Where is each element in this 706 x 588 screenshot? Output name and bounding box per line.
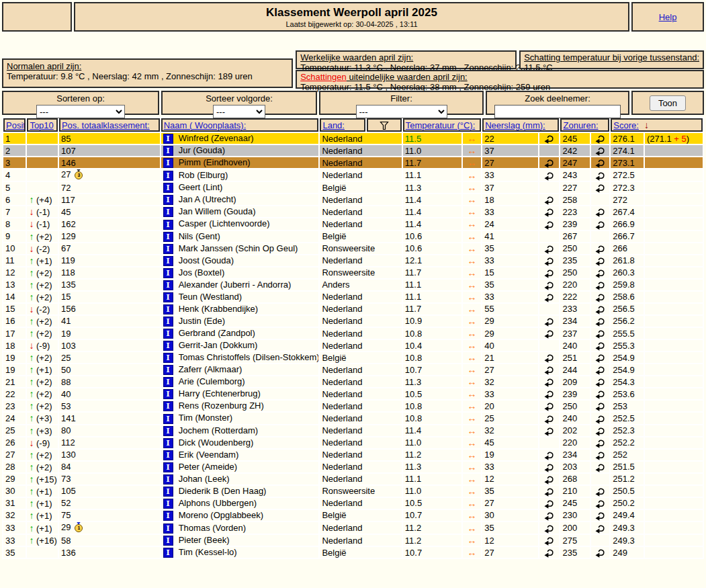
movement-cell: ↑ (+2) — [27, 450, 58, 460]
participant-info-icon[interactable]: I — [163, 548, 173, 558]
final-estimates-box: Schattingen uiteindelijke waarden april … — [296, 70, 704, 89]
sort-select[interactable]: --- — [36, 105, 125, 118]
header-score-link[interactable]: Score: — [613, 120, 639, 130]
position-cell: 18 — [3, 340, 26, 351]
participant-info-icon[interactable]: I — [163, 389, 173, 399]
participant-info-icon[interactable]: I — [163, 158, 173, 168]
rain-cell: 33 — [482, 462, 538, 472]
table-body: 185IWinfred (Zevenaar)Nederland11.5↔2224… — [3, 133, 703, 558]
participant-info-icon[interactable]: I — [163, 365, 173, 375]
score-note-cell — [645, 364, 703, 375]
total-position-cell: 156 — [59, 304, 160, 314]
header-positie-link[interactable]: Positie: — [6, 120, 26, 130]
participant-name: Jan Willem (Gouda) — [179, 206, 256, 216]
participant-info-icon[interactable]: I — [163, 207, 173, 217]
header-pos-totaalklassement-link[interactable]: Pos. totaalklassement: — [62, 120, 150, 130]
participant-info-icon[interactable]: I — [163, 353, 173, 363]
temperature-cell: 10.7 — [403, 364, 461, 375]
land-cell: België — [320, 182, 401, 193]
left-right-arrow-icon: ↔ — [467, 425, 476, 436]
header-neerslag-link[interactable]: Neerslag (mm): — [485, 120, 545, 130]
sort-order-select[interactable]: --- — [213, 105, 265, 118]
rain-revision-cell — [539, 292, 559, 302]
participant-info-icon[interactable]: I — [163, 329, 173, 339]
header-naam-woonplaats-link[interactable]: Naam ( Woonplaats): — [164, 120, 247, 130]
revision-arrow-icon — [544, 218, 555, 228]
help-link[interactable]: Help — [659, 12, 677, 22]
table-row: 30↑ (+1)105IDiederik B (Den Haag)Ronswee… — [3, 486, 703, 497]
filter-select[interactable]: --- — [356, 105, 447, 118]
participant-info-icon[interactable]: I — [163, 195, 173, 205]
participant-info-icon[interactable]: I — [163, 183, 173, 193]
participant-info-icon[interactable]: I — [163, 499, 173, 509]
total-position-cell: 72 — [59, 182, 160, 193]
score-note-cell — [645, 206, 703, 217]
participant-info-icon[interactable]: I — [163, 474, 173, 485]
score-cell: 251.2 — [611, 474, 644, 485]
table-row: 35136ITim (Kessel-lo)België10.7↔27235249 — [3, 547, 703, 558]
table-row: 6↑ (+4)117IJan A (Utrecht)Nederland11.4↔… — [3, 194, 703, 205]
participant-name: Tim (Monster) — [179, 413, 232, 423]
rain-revision-cell — [539, 243, 559, 254]
rain-revision-cell — [539, 498, 559, 509]
show-button[interactable]: Toon — [650, 95, 686, 111]
header-top10-link[interactable]: Top10 — [30, 120, 53, 130]
participant-info-icon[interactable]: I — [163, 523, 173, 534]
temperature-cell: 11.2 — [403, 535, 461, 546]
position-cell: 21 — [3, 376, 26, 387]
temperature-change-cell: ↔ — [463, 413, 481, 423]
left-right-arrow-icon: ↔ — [467, 376, 476, 387]
participant-info-icon[interactable]: I — [163, 220, 173, 230]
temperature-cell: 11.2 — [403, 522, 461, 534]
participant-info-icon[interactable]: I — [163, 438, 173, 448]
participant-info-icon[interactable]: I — [163, 146, 173, 156]
participant-name: Gerbrand (Zandpol) — [179, 328, 255, 338]
participant-info-icon[interactable]: I — [163, 280, 173, 290]
rain-cell: 32 — [482, 425, 538, 436]
temperature-change-cell: ↔ — [463, 328, 481, 339]
participant-info-icon[interactable]: I — [163, 462, 173, 472]
position-cell: 29 — [3, 474, 26, 485]
header-land-link[interactable]: Land: — [322, 120, 345, 130]
participant-info-icon[interactable]: I — [163, 268, 173, 278]
movement-cell: ↑ (+15) — [27, 474, 58, 485]
participant-info-icon[interactable]: I — [163, 450, 173, 460]
participant-info-icon[interactable]: I — [163, 232, 173, 242]
rain-revision-cell — [539, 425, 559, 436]
participant-info-icon[interactable]: I — [163, 292, 173, 302]
temperature-change-cell: ↔ — [463, 450, 481, 460]
movement-cell: ↑ (+16) — [27, 535, 58, 546]
temperature-change-cell: ↔ — [463, 425, 481, 436]
participant-name: Tim (Kessel-lo) — [179, 547, 237, 557]
position-cell: 26 — [3, 437, 26, 448]
land-cell: Nederland — [320, 498, 401, 509]
participant-info-icon[interactable]: I — [163, 536, 173, 546]
temperature-cell: 11.4 — [403, 194, 461, 205]
participant-info-icon[interactable]: I — [163, 426, 173, 436]
participant-info-icon[interactable]: I — [163, 134, 173, 144]
left-right-arrow-icon: ↔ — [467, 388, 476, 399]
participant-name: Tomas Christoffels (Dilsen-Stokkem) — [179, 352, 319, 362]
position-cell: 5 — [3, 182, 26, 193]
score-note-cell — [645, 510, 703, 521]
left-right-arrow-icon: ↔ — [467, 280, 476, 290]
participant-info-icon[interactable]: I — [163, 341, 173, 351]
participant-info-icon[interactable]: I — [163, 244, 173, 254]
participant-info-icon[interactable]: I — [163, 304, 173, 314]
participant-info-icon[interactable]: I — [163, 317, 173, 327]
participant-info-icon[interactable]: I — [163, 256, 173, 266]
participant-info-icon[interactable]: I — [163, 511, 173, 521]
rain-cell: 37 — [482, 145, 538, 156]
header-temperatuur-link[interactable]: Temperatuur (°C): — [406, 120, 475, 130]
funnel-icon[interactable] — [379, 120, 390, 130]
temperature-cell: 11.1 — [403, 292, 461, 302]
participant-info-icon[interactable]: I — [163, 377, 173, 387]
participant-info-icon[interactable]: I — [163, 171, 173, 181]
participant-info-icon[interactable]: I — [163, 414, 173, 424]
score-cell: 250.5 — [611, 486, 644, 497]
land-cell: Nederland — [320, 364, 401, 375]
participant-info-icon[interactable]: I — [163, 487, 173, 497]
header-zonuren-link[interactable]: Zonuren: — [563, 120, 598, 130]
search-input[interactable] — [494, 105, 621, 118]
participant-info-icon[interactable]: I — [163, 401, 173, 411]
